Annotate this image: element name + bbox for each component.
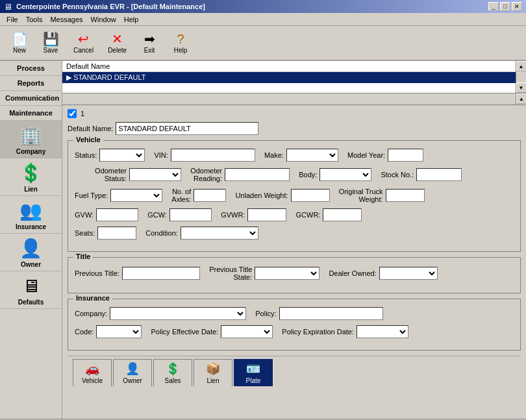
cancel-button[interactable]: ↩ Cancel <box>68 29 99 57</box>
condition-select[interactable] <box>181 227 258 240</box>
content-area: Default Name ▶ STANDARD DEFAULT ▲ ▼ ▲ <box>62 61 526 419</box>
checkbox-number: 1 <box>81 110 84 117</box>
fuel-type-label: Fuel Type: <box>75 191 108 199</box>
scroll-down[interactable]: ▼ <box>516 82 527 93</box>
policy-effective-date-select[interactable] <box>221 325 273 338</box>
dealer-owned-select[interactable] <box>379 267 438 280</box>
orig-truck-weight-label: Original TruckWeight: <box>339 188 383 203</box>
save-icon: 💾 <box>43 32 59 45</box>
tab-owner[interactable]: 👤 Owner <box>113 359 152 386</box>
odometer-status-select[interactable] <box>129 168 181 181</box>
status-label: Status: <box>75 151 97 159</box>
body-select[interactable] <box>319 168 371 181</box>
list-item[interactable]: ▶ STANDARD DEFAULT <box>62 72 516 83</box>
vehicle-group-title: Vehicle <box>73 136 103 143</box>
model-year-label: Model Year: <box>347 151 385 159</box>
gcwr-input[interactable] <box>323 208 362 221</box>
insurance-group-title: Insurance <box>73 294 112 302</box>
app-title: Centerpointe Pennsylvania EVR - [Default… <box>16 3 205 10</box>
odometer-reading-label: OdometerReading: <box>190 167 222 182</box>
sidebar-insurance[interactable]: 👥 Insurance <box>0 196 62 234</box>
exit-icon: ➡ <box>144 32 155 45</box>
model-year-input[interactable] <box>388 149 423 162</box>
default-checkbox[interactable] <box>68 109 77 118</box>
menu-file[interactable]: File <box>3 14 22 25</box>
sidebar-owner[interactable]: 👤 Owner <box>0 234 62 271</box>
prev-title-state-select[interactable] <box>255 267 319 280</box>
tab-vehicle[interactable]: 🚗 Vehicle <box>73 359 112 386</box>
title-group: Title Previous Title: Previous TitleStat… <box>68 257 521 293</box>
save-button[interactable]: 💾 Save <box>36 29 65 57</box>
lien-tab-icon: 📦 <box>206 362 220 376</box>
menu-tools[interactable]: Tools <box>22 14 47 25</box>
odometer-status-label: OdometerStatus: <box>75 167 127 182</box>
odometer-reading-input[interactable] <box>225 168 290 181</box>
sidebar-nav-process[interactable]: Process <box>0 61 62 76</box>
sidebar: Process Reports Communication Maintenanc… <box>0 61 62 419</box>
scroll-up[interactable]: ▲ <box>516 61 527 71</box>
insurance-group: Insurance Company: Policy: Code: Policy … <box>68 299 521 351</box>
sidebar-company[interactable]: 🏢 Company <box>0 121 62 158</box>
tab-sales[interactable]: 💲 Sales <box>153 359 192 386</box>
body-label: Body: <box>299 171 317 179</box>
menu-bar: File Tools Messages Window Help <box>0 13 526 26</box>
make-select[interactable] <box>286 149 338 162</box>
gcw-input[interactable] <box>169 208 212 221</box>
orig-truck-weight-input[interactable] <box>386 189 425 202</box>
sidebar-nav-communication[interactable]: Communication <box>0 91 62 106</box>
unladen-weight-input[interactable] <box>291 189 330 202</box>
gvw-label: GVW: <box>75 211 94 219</box>
prev-title-input[interactable] <box>122 267 200 280</box>
help-button[interactable]: ? Help <box>166 29 195 57</box>
tab-plate[interactable]: 🪪 Plate <box>234 359 273 386</box>
make-label: Make: <box>264 151 284 159</box>
new-button[interactable]: 📄 New <box>5 29 34 57</box>
gvwr-label: GVWR: <box>221 211 245 219</box>
no-axles-label: No. ofAxles: <box>171 188 191 203</box>
exit-button[interactable]: ➡ Exit <box>135 29 164 57</box>
owner-icon: 👤 <box>1 238 60 259</box>
sidebar-nav-maintenance[interactable]: Maintenance <box>0 106 62 121</box>
menu-help[interactable]: Help <box>120 14 143 25</box>
menu-messages[interactable]: Messages <box>46 14 86 25</box>
restore-button[interactable]: □ <box>500 2 510 11</box>
axles-input[interactable] <box>194 189 226 202</box>
code-label: Code: <box>75 328 94 336</box>
status-select[interactable] <box>99 149 145 162</box>
unladen-weight-label: Unladen Weight: <box>235 191 288 199</box>
vin-input[interactable] <box>171 149 255 162</box>
condition-label: Condition: <box>145 229 178 237</box>
tab-bar: 🚗 Vehicle 👤 Owner 💲 Sales 📦 Lien 🪪 <box>68 356 521 386</box>
lien-icon: 💲 <box>1 162 60 184</box>
cancel-icon: ↩ <box>78 32 89 45</box>
owner-tab-icon: 👤 <box>125 362 140 376</box>
new-icon: 📄 <box>12 32 28 45</box>
outer-scroll-up[interactable]: ▲ <box>516 93 526 104</box>
menu-window[interactable]: Window <box>87 14 120 25</box>
close-button[interactable]: ✕ <box>512 2 522 11</box>
seats-input[interactable] <box>97 227 136 240</box>
sales-tab-icon: 💲 <box>166 362 180 376</box>
sidebar-defaults[interactable]: 🖥 Defaults <box>0 271 62 309</box>
delete-icon: ✕ <box>112 32 123 45</box>
list-header: Default Name <box>62 61 516 72</box>
sidebar-nav-reports[interactable]: Reports <box>0 76 62 91</box>
title-bar: 🖥 Centerpointe Pennsylvania EVR - [Defau… <box>0 0 526 13</box>
stock-no-input[interactable] <box>416 168 462 181</box>
fuel-type-select[interactable] <box>110 189 162 202</box>
toolbar: 📄 New 💾 Save ↩ Cancel ✕ Delete ➡ Exit ? … <box>0 26 526 61</box>
gvwr-input[interactable] <box>247 208 286 221</box>
policy-expiration-date-select[interactable] <box>357 325 408 338</box>
policy-expiration-date-label: Policy Expiration Date: <box>282 328 354 336</box>
tab-lien[interactable]: 📦 Lien <box>194 359 232 386</box>
sidebar-lien[interactable]: 💲 Lien <box>0 158 62 196</box>
delete-button[interactable]: ✕ Delete <box>102 29 132 57</box>
vehicle-tab-icon: 🚗 <box>85 362 99 376</box>
minimize-button[interactable]: _ <box>488 2 499 11</box>
company-select[interactable] <box>110 307 246 320</box>
default-name-input[interactable]: STANDARD DEFAULT <box>116 122 258 135</box>
gvw-input[interactable] <box>96 208 138 221</box>
code-select[interactable] <box>96 325 142 338</box>
policy-input[interactable] <box>279 307 383 320</box>
prev-title-state-label: Previous TitleState: <box>209 266 252 281</box>
